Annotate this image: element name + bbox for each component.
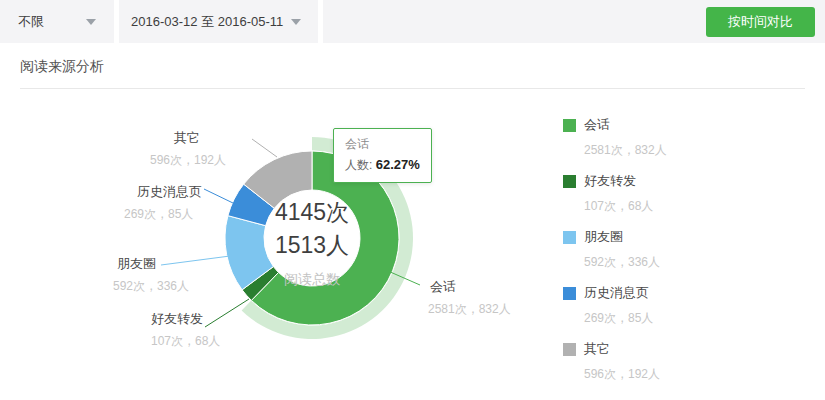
legend-counts: 107次，68人 <box>584 198 793 215</box>
legend-swatch <box>563 343 576 356</box>
chart-tooltip: 会话 人数: 62.27% <box>333 128 432 183</box>
total-reads: 4145次 <box>232 196 392 229</box>
callout-name: 历史消息页 <box>137 184 202 199</box>
legend-counts: 596次，192人 <box>584 366 793 383</box>
legend-swatch <box>563 175 576 188</box>
legend-name: 会话 <box>584 116 610 134</box>
total-readers: 1513人 <box>232 229 392 262</box>
donut-center-label: 4145次 1513人 阅读总数 <box>232 196 392 289</box>
legend-name: 朋友圈 <box>584 228 623 246</box>
legend-swatch <box>563 231 576 244</box>
legend-item-conversation: 会话 2581次，832人 <box>563 116 793 159</box>
legend-counts: 269次，85人 <box>584 310 793 327</box>
tooltip-metric-value: 62.27% <box>376 157 420 172</box>
callout-counts: 596次，192人 <box>150 152 226 169</box>
total-caption: 阅读总数 <box>232 271 392 289</box>
callout-friend-share: 好友转发 107次，68人 <box>151 311 220 350</box>
legend-name: 好友转发 <box>584 172 636 190</box>
tooltip-series-name: 会话 <box>345 136 420 153</box>
legend-swatch <box>563 119 576 132</box>
callout-name: 其它 <box>174 130 226 145</box>
leader-line-history <box>204 189 235 204</box>
callout-conversation: 会话 2581次，832人 <box>428 279 511 318</box>
leader-line-other <box>252 139 277 157</box>
legend-item-history-page: 历史消息页 269次，85人 <box>563 284 793 327</box>
callout-other: 其它 596次，192人 <box>150 130 226 169</box>
tooltip-metric: 人数: 62.27% <box>345 157 420 174</box>
legend-counts: 2581次，832人 <box>584 142 793 159</box>
callout-name: 好友转发 <box>151 311 220 326</box>
callout-name: 会话 <box>430 279 511 294</box>
legend-item-other: 其它 596次，192人 <box>563 340 793 383</box>
read-source-analysis-panel: 不限 2016-03-12 至 2016-05-11 按时间对比 阅读来源分析 <box>0 0 825 400</box>
tooltip-metric-label: 人数: <box>345 158 372 172</box>
callout-counts: 107次，68人 <box>151 333 220 350</box>
callout-moments: 朋友圈 592次，336人 <box>113 256 189 295</box>
callout-counts: 2581次，832人 <box>428 301 511 318</box>
callout-counts: 269次，85人 <box>124 206 202 223</box>
legend-swatch <box>563 287 576 300</box>
callout-history-page: 历史消息页 269次，85人 <box>124 184 202 223</box>
legend-name: 其它 <box>584 340 610 358</box>
callout-counts: 592次，336人 <box>113 278 189 295</box>
callout-name: 朋友圈 <box>117 256 189 271</box>
legend-item-friend-share: 好友转发 107次，68人 <box>563 172 793 215</box>
legend-item-moments: 朋友圈 592次，336人 <box>563 228 793 271</box>
legend-counts: 592次，336人 <box>584 254 793 271</box>
legend-name: 历史消息页 <box>584 284 649 302</box>
